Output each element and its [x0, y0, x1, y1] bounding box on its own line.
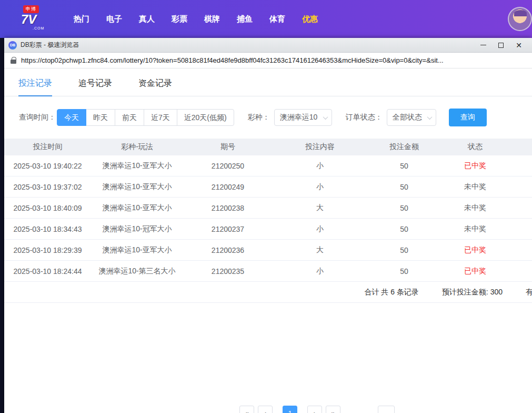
minimize-button[interactable] — [474, 38, 492, 52]
lottery-select-value: 澳洲幸运10 — [280, 113, 318, 122]
tab-fund-records[interactable]: 资金记录 — [138, 78, 172, 96]
cell-content: 大 — [273, 245, 367, 255]
table-row: 2025-03-10 18:34:43 澳洲幸运10-冠军大小 21200237… — [4, 219, 532, 240]
cell-bet-time: 2025-03-10 18:40:09 — [4, 204, 91, 212]
order-status-value: 全部状态 — [393, 113, 422, 122]
summary-total: 合计 共 6 条记录 — [364, 288, 418, 297]
filter-bar: 查询时间： 今天 昨天 前天 近7天 近20天(低频) 彩种： 澳洲幸运10 订… — [19, 109, 532, 126]
cell-bet-time: 2025-03-10 19:37:02 — [4, 183, 91, 191]
page-1-button[interactable]: 1 — [283, 406, 297, 413]
nav-item-slots[interactable]: 电子 — [98, 9, 131, 30]
cell-content: 大 — [273, 203, 367, 213]
table-row: 2025-03-10 19:40:22 澳洲幸运10-亚军大小 21200250… — [4, 155, 532, 176]
time-option-yesterday[interactable]: 昨天 — [86, 109, 115, 126]
cell-issue: 21200249 — [183, 183, 273, 191]
search-button[interactable]: 查询 — [449, 109, 487, 126]
page-jump-input[interactable] — [378, 406, 395, 413]
url-text: https://ctop02pchwp1.zfnc84.com/lottery/… — [21, 56, 444, 64]
cell-amount: 50 — [367, 225, 441, 233]
lottery-select[interactable]: 澳洲幸运10 — [274, 109, 332, 126]
page-content: 投注记录 追号记录 资金记录 查询时间： 今天 昨天 前天 近7天 近20天(低… — [4, 68, 532, 413]
summary-expected: 预计投注金额: 300 — [442, 288, 503, 297]
first-page-button[interactable]: « — [239, 406, 254, 413]
header-status: 状态 — [441, 142, 509, 152]
cell-status: 未中奖 — [441, 182, 509, 192]
time-option-7days[interactable]: 近7天 — [144, 109, 177, 126]
browser-window: DB DB彩票 - 极速浏览器 ✕ https://ctop02pchwp1.z… — [4, 38, 532, 413]
cell-play: 澳洲幸运10-亚军大小 — [91, 161, 183, 171]
tab-bet-records[interactable]: 投注记录 — [18, 78, 52, 96]
nav-item-live[interactable]: 真人 — [131, 9, 163, 30]
maximize-button[interactable] — [492, 38, 510, 52]
logo-text: 7V — [21, 12, 36, 27]
close-icon: ✕ — [516, 42, 522, 49]
last-page-button[interactable]: » — [326, 406, 340, 413]
table-row: 2025-03-10 18:24:44 澳洲幸运10-第三名大小 2120023… — [4, 261, 532, 282]
nav-item-promo[interactable]: 优惠 — [294, 9, 326, 30]
cell-status: 未中奖 — [441, 203, 509, 213]
lock-icon[interactable] — [11, 57, 16, 64]
header-bet-time: 投注时间 — [4, 142, 91, 152]
cell-status: 已中奖 — [441, 161, 509, 171]
logo-suffix: .COM — [33, 26, 44, 30]
pagination: « ‹ 1 › » — [239, 406, 395, 413]
address-bar[interactable]: https://ctop02pchwp1.zfnc84.com/lottery/… — [4, 53, 532, 68]
window-title: DB彩票 - 极速浏览器 — [21, 41, 79, 50]
cell-issue: 21200250 — [183, 162, 273, 170]
nav-item-hot[interactable]: 热门 — [65, 9, 98, 30]
chevron-down-icon — [427, 114, 432, 120]
bet-records-table: 投注时间 彩种-玩法 期号 投注内容 投注金额 状态 2025-03-10 19… — [4, 139, 532, 303]
cell-content: 小 — [273, 161, 367, 171]
table-row: 2025-03-10 18:29:39 澳洲幸运10-亚军大小 21200236… — [4, 240, 532, 261]
table-header-row: 投注时间 彩种-玩法 期号 投注内容 投注金额 状态 — [4, 139, 532, 155]
cell-bet-time: 2025-03-10 19:40:22 — [4, 162, 91, 170]
time-option-daybefore[interactable]: 前天 — [115, 109, 144, 126]
cell-play: 澳洲幸运10-亚军大小 — [91, 203, 183, 213]
cell-play: 澳洲幸运10-第三名大小 — [91, 267, 183, 276]
record-tabs: 投注记录 追号记录 资金记录 — [4, 68, 532, 96]
header-issue: 期号 — [183, 142, 273, 152]
cell-bet-time: 2025-03-10 18:29:39 — [4, 246, 91, 254]
user-avatar[interactable] — [508, 7, 532, 31]
cell-content: 小 — [273, 267, 367, 276]
db-favicon-icon: DB — [8, 41, 17, 50]
time-option-today[interactable]: 今天 — [57, 109, 86, 126]
nav-item-cards[interactable]: 棋牌 — [196, 9, 228, 30]
cell-amount: 50 — [367, 162, 441, 170]
cell-amount: 50 — [367, 204, 441, 212]
next-page-button[interactable]: › — [307, 406, 322, 413]
cell-issue: 21200235 — [183, 267, 273, 276]
cell-amount: 50 — [367, 267, 441, 276]
summary-valid: 有效投注金额 — [526, 288, 532, 297]
table-summary-row: 合计 共 6 条记录 预计投注金额: 300 有效投注金额 — [4, 282, 532, 303]
cell-content: 小 — [273, 182, 367, 192]
cell-play: 澳洲幸运10-亚军大小 — [91, 182, 183, 192]
cell-content: 小 — [273, 224, 367, 234]
lottery-filter-label: 彩种： — [248, 113, 270, 122]
site-nav-items: 热门 电子 真人 彩票 棋牌 捕鱼 体育 优惠 — [65, 9, 326, 30]
cell-issue: 21200237 — [183, 225, 273, 233]
order-status-select[interactable]: 全部状态 — [387, 109, 436, 126]
nav-item-lottery[interactable]: 彩票 — [163, 9, 196, 30]
minimize-icon — [480, 45, 486, 46]
time-option-20days[interactable]: 近20天(低频) — [177, 109, 234, 126]
nav-item-fishing[interactable]: 捕鱼 — [228, 9, 261, 30]
tab-chase-records[interactable]: 追号记录 — [78, 78, 112, 96]
cell-bet-time: 2025-03-10 18:24:44 — [4, 267, 91, 276]
window-title-bar[interactable]: DB DB彩票 - 极速浏览器 ✕ — [4, 38, 532, 53]
header-play: 彩种-玩法 — [91, 142, 183, 152]
header-amount: 投注金额 — [367, 142, 441, 152]
cell-issue: 21200238 — [183, 204, 273, 212]
status-filter-label: 订单状态： — [346, 113, 383, 122]
close-button[interactable]: ✕ — [510, 38, 528, 52]
cell-status: 已中奖 — [441, 245, 509, 255]
chevron-down-icon — [323, 114, 328, 120]
cell-bet-time: 2025-03-10 18:34:43 — [4, 225, 91, 233]
window-controls: ✕ — [474, 38, 528, 52]
cell-amount: 50 — [367, 183, 441, 191]
cell-play: 澳洲幸运10-冠军大小 — [91, 224, 183, 234]
site-logo[interactable]: 申博 7V .COM — [20, 5, 49, 33]
nav-item-sports[interactable]: 体育 — [261, 9, 294, 30]
prev-page-button[interactable]: ‹ — [258, 406, 273, 413]
site-top-nav: 申博 7V .COM 热门 电子 真人 彩票 棋牌 捕鱼 体育 优惠 — [0, 0, 532, 38]
